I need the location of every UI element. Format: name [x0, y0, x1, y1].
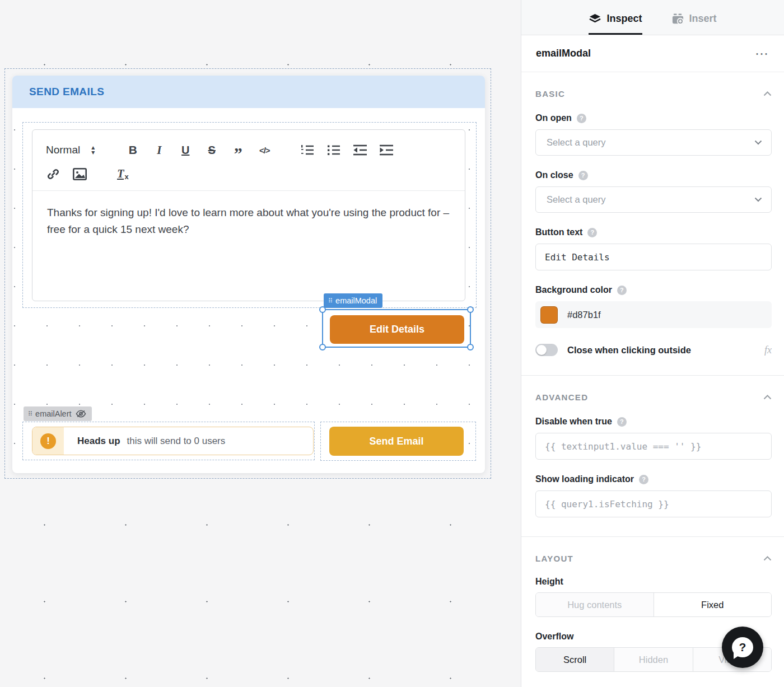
- overflow-option-scroll[interactable]: Scroll: [536, 648, 614, 671]
- background-color-picker[interactable]: #d87b1f: [535, 301, 772, 328]
- height-segmented-control: Hug contents Fixed: [535, 592, 772, 617]
- show-loading-indicator-input[interactable]: [535, 490, 772, 517]
- code-block-icon[interactable]: </>: [257, 141, 272, 159]
- on-close-label: On close: [535, 170, 573, 180]
- paragraph-format-select[interactable]: Normal: [46, 144, 80, 156]
- ordered-list-icon[interactable]: [300, 141, 315, 159]
- section-divider: [521, 536, 784, 537]
- overflow-option-hidden[interactable]: Hidden: [614, 648, 692, 671]
- rich-text-editor[interactable]: Normal ▴ ▾ B I U S ” </>: [32, 129, 465, 301]
- inspector-tabbar: Inspect Insert: [521, 0, 784, 35]
- more-menu-icon[interactable]: ⋯: [755, 51, 769, 57]
- background-color-label: Background color: [535, 285, 612, 295]
- resize-handle[interactable]: [467, 306, 474, 313]
- alert-icon-strip: !: [32, 427, 64, 455]
- send-email-button[interactable]: Send Email: [329, 427, 464, 456]
- color-swatch[interactable]: [540, 306, 558, 324]
- warning-icon: !: [40, 433, 56, 449]
- component-tag-label: emailAlert: [35, 409, 71, 418]
- section-divider: [521, 375, 784, 376]
- on-open-label: On open: [535, 113, 572, 123]
- outdent-icon[interactable]: [353, 141, 367, 159]
- section-advanced-header[interactable]: ADVANCED: [535, 392, 772, 402]
- color-hex-value: #d87b1f: [567, 310, 601, 320]
- resize-handle[interactable]: [319, 306, 326, 313]
- italic-icon[interactable]: I: [152, 141, 166, 159]
- resize-handle[interactable]: [467, 344, 474, 350]
- disable-when-true-input[interactable]: [535, 433, 772, 460]
- show-loading-indicator-label: Show loading indicator: [535, 474, 634, 484]
- overflow-label: Overflow: [535, 632, 573, 642]
- button-text-input[interactable]: [535, 244, 772, 270]
- resize-handle[interactable]: [319, 344, 326, 350]
- fx-icon[interactable]: fx: [764, 344, 772, 356]
- alert-message: this will send to 0 users: [127, 436, 226, 447]
- chevron-up-icon[interactable]: [763, 556, 772, 561]
- inspector-panel: Inspect Insert emailModal ⋯ BASIC: [521, 0, 784, 687]
- bold-icon[interactable]: B: [125, 141, 140, 159]
- tab-inspect[interactable]: Inspect: [589, 4, 642, 35]
- selected-component-name: emailModal: [536, 48, 591, 59]
- layers-icon: [589, 12, 601, 25]
- component-tag-emailModal[interactable]: ⠿ emailModal: [324, 293, 382, 308]
- question-mark-icon: ?: [732, 637, 753, 657]
- edit-details-button[interactable]: Edit Details: [330, 315, 464, 344]
- drag-handle-icon[interactable]: ⠿: [28, 410, 32, 418]
- height-label: Height: [535, 577, 563, 587]
- help-icon[interactable]: ?: [578, 171, 588, 180]
- height-option-fixed[interactable]: Fixed: [654, 593, 772, 616]
- insert-component-icon: [671, 12, 684, 25]
- disable-when-true-label: Disable when true: [535, 417, 612, 427]
- modal-title: SEND EMAILS: [29, 86, 104, 98]
- eye-off-icon: [76, 410, 86, 418]
- section-layout-header[interactable]: LAYOUT: [535, 554, 772, 563]
- app-builder: SEND EMAILS Normal ▴ ▾ B I U S ” </>: [0, 0, 784, 687]
- link-icon[interactable]: [46, 165, 60, 183]
- help-icon[interactable]: ?: [617, 417, 627, 427]
- help-icon[interactable]: ?: [587, 228, 597, 237]
- button-text-label: Button text: [535, 227, 582, 237]
- help-icon[interactable]: ?: [577, 114, 586, 123]
- bullet-list-icon[interactable]: [326, 141, 341, 159]
- chevron-up-icon[interactable]: [763, 395, 772, 400]
- blockquote-icon[interactable]: ”: [231, 141, 245, 159]
- section-basic-header[interactable]: BASIC: [535, 89, 772, 99]
- component-tag-label: emailModal: [335, 296, 377, 305]
- component-tag-emailAlert[interactable]: ⠿ emailAlert: [24, 406, 92, 421]
- modal-header: SEND EMAILS: [12, 76, 485, 108]
- chevron-up-icon[interactable]: [763, 91, 772, 96]
- close-when-clicking-outside-toggle[interactable]: [535, 344, 558, 356]
- on-close-query-select[interactable]: Select a query: [535, 186, 772, 213]
- strikethrough-icon[interactable]: S: [204, 141, 219, 159]
- help-icon[interactable]: ?: [617, 286, 627, 295]
- indent-icon[interactable]: [379, 141, 394, 159]
- image-icon[interactable]: [72, 165, 87, 183]
- editor-toolbar: Normal ▴ ▾ B I U S ” </>: [32, 130, 465, 191]
- canvas[interactable]: SEND EMAILS Normal ▴ ▾ B I U S ” </>: [0, 0, 521, 687]
- underline-icon[interactable]: U: [178, 141, 193, 159]
- help-button[interactable]: ?: [722, 627, 763, 668]
- format-dropdown-arrows-icon[interactable]: ▴ ▾: [89, 141, 97, 159]
- help-icon[interactable]: ?: [639, 475, 648, 484]
- close-when-clicking-outside-label: Close when clicking outside: [567, 345, 764, 356]
- heads-up-alert[interactable]: ! Heads up this will send to 0 users: [32, 427, 314, 455]
- on-open-query-select[interactable]: Select a query: [535, 129, 772, 156]
- height-option-hug-contents[interactable]: Hug contents: [536, 593, 654, 616]
- editor-body-text[interactable]: Thanks for signing up! I'd love to learn…: [32, 191, 465, 251]
- drag-handle-icon[interactable]: ⠿: [328, 297, 332, 305]
- alert-title: Heads up: [77, 436, 120, 447]
- chevron-down-icon: [754, 140, 762, 145]
- tab-insert[interactable]: Insert: [671, 4, 717, 35]
- chevron-down-icon: [754, 197, 762, 202]
- clear-formatting-icon[interactable]: Tx: [115, 165, 130, 183]
